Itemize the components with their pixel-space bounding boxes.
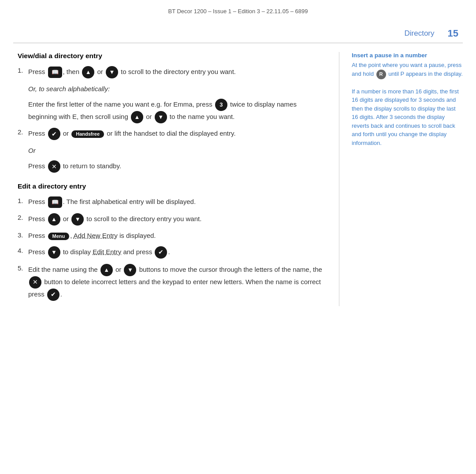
right-col-body: At the point where you want a pause, pre… — [352, 61, 463, 79]
edit-step-1-content: Press 📖. The first alphabetical entry wi… — [28, 196, 326, 208]
check-btn-1[interactable]: ✔ — [48, 128, 60, 140]
edit-step-2: 2. Press ▲ or ▼ to scroll to the directo… — [18, 213, 326, 226]
down-btn-4[interactable]: ▼ — [48, 246, 60, 259]
edit-step-4: 4. Press ▼ to display Edit Entry and pre… — [18, 246, 326, 259]
step-2-content: Press ✔ or Handsfree or lift the handset… — [28, 128, 326, 140]
or-label-1: Or — [28, 145, 326, 156]
search-instruction: Enter the first letter of the name you w… — [28, 99, 326, 123]
edit-step-5-content: Edit the name using the ▲ or ▼ buttons t… — [28, 264, 326, 301]
book-btn-1[interactable]: 📖 — [48, 67, 62, 78]
italic-note-1: Or, to search alphabetically: — [28, 84, 326, 94]
up-btn-4[interactable]: ▲ — [100, 264, 113, 276]
standby-instruction: Press ✕ to return to standby. — [28, 160, 326, 173]
edit-step-2-content: Press ▲ or ▼ to scroll to the directory … — [28, 213, 326, 226]
section2-heading: Edit a directory entry — [18, 182, 326, 190]
right-col-para2: If a number is more than 16 digits, the … — [352, 87, 463, 148]
down-btn-3[interactable]: ▼ — [71, 213, 84, 226]
step-num-1: 1. — [18, 66, 28, 74]
section-edit: Edit a directory entry 1. Press 📖. The f… — [18, 182, 326, 301]
left-column: View/dial a directory entry 1. Press 📖, … — [18, 52, 339, 306]
edit-step-num-4: 4. — [18, 246, 28, 254]
edit-step-5: 5. Edit the name using the ▲ or ▼ button… — [18, 264, 326, 301]
section1-heading: View/dial a directory entry — [18, 52, 326, 60]
page-header: BT Decor 1200 – Issue 1 – Edition 3 – 22… — [0, 0, 476, 19]
right-col-title: Insert a pause in a number — [352, 52, 463, 59]
btn-3[interactable]: 3 — [215, 99, 227, 111]
edit-step-num-2: 2. — [18, 213, 28, 221]
edit-step-num-1: 1. — [18, 196, 28, 204]
check-btn-2[interactable]: ✔ — [155, 246, 167, 259]
edit-step-4-content: Press ▼ to display Edit Entry and press … — [28, 246, 326, 259]
section-view-dial: View/dial a directory entry 1. Press 📖, … — [18, 52, 326, 173]
r-btn[interactable]: R — [376, 70, 386, 79]
edit-step-num-5: 5. — [18, 264, 28, 272]
edit-step-1: 1. Press 📖. The first alphabetical entry… — [18, 196, 326, 208]
edit-entry-label: Edit Entry — [93, 248, 121, 255]
step-1: 1. Press 📖, then ▲ or ▼ to scroll to the… — [18, 66, 326, 78]
edit-step-num-3: 3. — [18, 231, 28, 239]
or-italic-1: Or — [28, 147, 36, 154]
add-new-entry-label: Add New Entry — [74, 232, 118, 239]
x-btn-1[interactable]: ✕ — [48, 160, 60, 173]
step-num-2: 2. — [18, 128, 28, 136]
edit-step-3-content: Press Menu, Add New Entry is displayed. — [28, 231, 326, 241]
up-btn-3[interactable]: ▲ — [48, 213, 60, 226]
book-btn-2[interactable]: 📖 — [48, 196, 62, 208]
handsfree-btn[interactable]: Handsfree — [71, 130, 104, 138]
section-title: Directory — [405, 29, 435, 38]
search-alphabetically-label: Or, to search alphabetically: — [28, 85, 110, 93]
page-number: 15 — [448, 28, 458, 39]
up-btn-2[interactable]: ▲ — [131, 111, 143, 123]
main-content: View/dial a directory entry 1. Press 📖, … — [0, 43, 476, 315]
x-btn-2[interactable]: ✕ — [29, 276, 41, 289]
down-btn-5[interactable]: ▼ — [124, 264, 136, 276]
right-column: Insert a pause in a number At the point … — [339, 52, 463, 306]
down-btn-2[interactable]: ▼ — [155, 111, 167, 123]
step-1-content: Press 📖, then ▲ or ▼ to scroll to the di… — [28, 66, 326, 78]
up-btn-1[interactable]: ▲ — [82, 66, 94, 78]
down-btn-1[interactable]: ▼ — [106, 66, 118, 78]
step-2: 2. Press ✔ or Handsfree or lift the hand… — [18, 128, 326, 140]
check-btn-3[interactable]: ✔ — [47, 289, 60, 301]
edit-step-3: 3. Press Menu, Add New Entry is displaye… — [18, 231, 326, 241]
menu-btn[interactable]: Menu — [48, 233, 70, 240]
